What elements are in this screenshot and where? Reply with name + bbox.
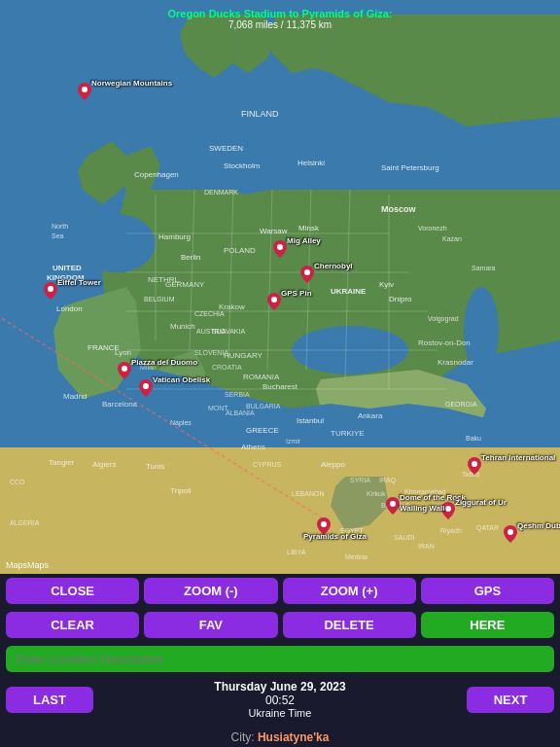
svg-text:GREECE: GREECE — [246, 426, 279, 435]
svg-text:Kazan: Kazan — [442, 235, 462, 242]
svg-text:Berlin: Berlin — [181, 253, 200, 262]
svg-text:Volgograd: Volgograd — [428, 315, 459, 323]
svg-text:North: North — [52, 223, 68, 230]
route-label: Oregon Ducks Stadium to Pyramids of Giza… — [167, 8, 392, 30]
location-info: City: Husiatyne'ka State: Ternopil Oblas… — [0, 723, 560, 747]
pin-vatican[interactable] — [139, 379, 153, 397]
nav-row: LAST Thursday June 29, 2023 00:52 Ukrain… — [0, 676, 560, 723]
svg-point-17 — [78, 214, 156, 272]
svg-text:Riyadh: Riyadh — [440, 527, 462, 535]
svg-text:Hamburg: Hamburg — [158, 232, 191, 241]
button-row-1: CLOSE ZOOM (-) ZOOM (+) GPS — [0, 574, 560, 608]
pin-label-norwegian: Norwegian Mountains — [91, 79, 172, 88]
svg-point-118 — [304, 269, 310, 275]
svg-text:UNITED: UNITED — [52, 264, 82, 272]
svg-text:LIBYA: LIBYA — [287, 549, 306, 555]
svg-text:Naples: Naples — [170, 419, 192, 427]
svg-text:SERBIA: SERBIA — [225, 391, 250, 398]
svg-point-116 — [143, 383, 149, 389]
svg-text:DENMARK: DENMARK — [204, 189, 238, 196]
svg-text:POLAND: POLAND — [224, 246, 256, 255]
svg-text:Stockholm: Stockholm — [224, 161, 261, 170]
svg-point-119 — [271, 297, 277, 302]
pin-qeshm[interactable] — [504, 525, 517, 543]
svg-text:GERMANY: GERMANY — [165, 280, 205, 289]
svg-text:LEBANON: LEBANON — [292, 490, 324, 497]
pin-label-chernobyl: Chernobyl — [314, 262, 353, 270]
svg-text:SYRIA: SYRIA — [350, 477, 370, 483]
date-display: Thursday June 29, 2023 — [98, 680, 462, 694]
pin-mig-alley[interactable] — [273, 240, 287, 258]
svg-text:Izmir: Izmir — [286, 438, 301, 445]
svg-point-120 — [390, 501, 396, 507]
svg-point-114 — [48, 286, 53, 292]
svg-text:UKRAINE: UKRAINE — [331, 287, 367, 296]
svg-text:ROMANIA: ROMANIA — [243, 373, 280, 381]
next-button[interactable]: NEXT — [467, 687, 554, 713]
pin-label-piazza: Piazza del Duomo — [131, 358, 197, 367]
svg-text:Rostov-on-Don: Rostov-on-Don — [418, 338, 471, 347]
pin-label-mig: Mig Alley — [287, 236, 321, 245]
svg-text:Aleppo: Aleppo — [321, 460, 345, 469]
svg-text:Istanbul: Istanbul — [297, 416, 324, 425]
bottom-panel: CLOSE ZOOM (-) ZOOM (+) GPS CLEAR FAV DE… — [0, 574, 560, 747]
svg-text:HUNGARY: HUNGARY — [224, 351, 263, 360]
svg-text:ALGERIA: ALGERIA — [10, 519, 40, 526]
svg-text:London: London — [56, 304, 83, 313]
svg-text:Baku: Baku — [466, 435, 481, 442]
svg-text:Sea: Sea — [52, 232, 64, 239]
svg-text:SAUDI: SAUDI — [394, 534, 414, 541]
pin-label-ziggurat: Ziggurat of Ur — [455, 498, 507, 507]
zoom-plus-button[interactable]: ZOOM (+) — [283, 578, 416, 604]
pin-norwegian-mountains[interactable] — [78, 83, 91, 100]
svg-text:Minsk: Minsk — [298, 224, 320, 232]
svg-point-115 — [122, 366, 127, 372]
svg-text:BULGARIA: BULGARIA — [246, 403, 281, 409]
gps-button[interactable]: GPS — [421, 578, 554, 604]
svg-text:ALBANIA: ALBANIA — [226, 409, 255, 416]
svg-text:BELGIUM: BELGIUM — [144, 296, 175, 302]
svg-text:GEORGIA: GEORGIA — [445, 401, 477, 408]
route-title: Oregon Ducks Stadium to Pyramids of Giza… — [167, 8, 392, 19]
svg-text:Samara: Samara — [472, 265, 496, 271]
pin-gps[interactable] — [267, 293, 281, 310]
location-description-input[interactable] — [6, 646, 554, 672]
city-label: City: — [231, 730, 255, 744]
city-value: Husiatyne'ka — [258, 730, 330, 744]
map-container[interactable]: FINLAND SWEDEN Copenhagen DENMARK Stockh… — [0, 0, 560, 574]
fav-button[interactable]: FAV — [144, 612, 277, 638]
pin-piazza[interactable] — [118, 362, 131, 379]
pin-chernobyl[interactable] — [300, 266, 314, 283]
route-distance: 7,068 miles / 11,375 km — [167, 19, 392, 30]
svg-text:Voronezh: Voronezh — [418, 225, 447, 231]
svg-text:Munich: Munich — [170, 322, 195, 331]
pin-label-pyramids: Pyramids of Giza — [303, 532, 367, 541]
svg-text:Tunis: Tunis — [146, 462, 164, 471]
pin-label-wailing: Wailing Wall — [400, 504, 445, 513]
time-display: 00:52 — [98, 694, 462, 707]
zoom-minus-button[interactable]: ZOOM (-) — [144, 578, 277, 604]
svg-text:Tripoli: Tripoli — [170, 486, 192, 495]
date-time-block: Thursday June 29, 2023 00:52 Ukraine Tim… — [98, 680, 462, 719]
pin-label-qeshm: Qeshm Dubai — [517, 521, 560, 530]
maps-watermark: MapsMaps — [6, 560, 49, 570]
pin-label-gps: GPS Pin — [281, 289, 312, 298]
delete-button[interactable]: DELETE — [283, 612, 416, 638]
svg-text:Athens: Athens — [241, 443, 265, 451]
pin-eiffel-tower[interactable] — [44, 282, 57, 300]
close-button[interactable]: CLOSE — [6, 578, 139, 604]
svg-text:Krakow: Krakow — [219, 302, 245, 311]
svg-text:TURKIYE: TURKIYE — [331, 429, 365, 438]
svg-text:FINLAND: FINLAND — [241, 109, 279, 119]
svg-text:Kirkuk: Kirkuk — [367, 490, 386, 497]
pin-dome-rock[interactable] — [386, 497, 400, 515]
svg-text:Madrid: Madrid — [63, 392, 87, 401]
svg-text:Algiers: Algiers — [92, 460, 116, 469]
clear-button[interactable]: CLEAR — [6, 612, 139, 638]
here-button[interactable]: HERE — [421, 612, 554, 638]
last-button[interactable]: LAST — [6, 687, 93, 713]
pin-tehran[interactable] — [468, 457, 481, 475]
svg-text:Warsaw: Warsaw — [260, 227, 288, 235]
svg-text:IRAN: IRAN — [418, 543, 435, 550]
svg-text:Barcelona: Barcelona — [102, 400, 138, 409]
